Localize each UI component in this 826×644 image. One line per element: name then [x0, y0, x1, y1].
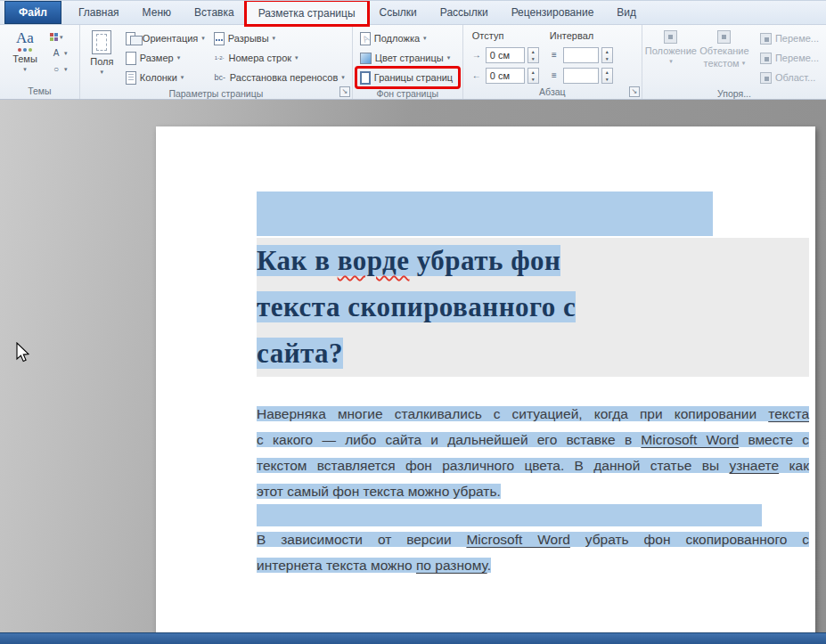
- columns-button[interactable]: Колонки ▾: [122, 68, 209, 87]
- selected-blank-line-2[interactable]: [257, 504, 762, 526]
- text-line[interactable]: текстом вставляется фон различного цвета…: [257, 452, 809, 478]
- spacing-label: Интервал: [548, 29, 613, 45]
- document-content: Как в ворде убрать фон текста скопирован…: [257, 192, 809, 578]
- page-borders-button[interactable]: Границы страниц: [356, 68, 459, 87]
- arrange-col: Переме... Переме... Област...: [756, 29, 822, 87]
- line-numbers-icon: 1-2-: [214, 54, 225, 62]
- text-wrapping-button[interactable]: Обтекание текстом ▾: [698, 29, 751, 87]
- themes-icon: Aa: [16, 30, 34, 46]
- spacing-after-icon: ≡: [548, 70, 560, 80]
- text-wrapping-label-2-text: текстом: [704, 58, 740, 69]
- indent-left-field[interactable]: 0 см: [486, 47, 525, 63]
- spin-up-icon[interactable]: ▲: [528, 48, 538, 55]
- columns-label: Колонки: [140, 72, 177, 83]
- word-window: Файл Главная Меню Вставка Разметка стран…: [0, 0, 826, 644]
- theme-effects-button[interactable]: ○ ▾: [48, 61, 70, 77]
- spin-up-icon[interactable]: ▲: [602, 48, 612, 55]
- indent-right-field[interactable]: 0 см: [486, 68, 525, 84]
- tab-page-layout[interactable]: Разметка страницы: [246, 1, 368, 25]
- tab-review[interactable]: Рецензирование: [500, 1, 606, 24]
- selection-pane-button[interactable]: Област...: [756, 68, 822, 87]
- document-paragraph-2[interactable]: В зависимости от версии Microsoft Word у…: [257, 526, 809, 578]
- spin-up-icon[interactable]: ▲: [528, 69, 538, 76]
- text-line[interactable]: сайта?: [257, 330, 809, 377]
- text-line[interactable]: с какого — либо сайта и дальнейшей его в…: [257, 427, 809, 452]
- themes-mini-buttons: ▾ A ▾ ○ ▾: [48, 29, 70, 85]
- paragraph-dialog-launcher-icon[interactable]: ↘: [629, 86, 640, 97]
- group-page-background: Подложка ▾ Цвет страницы ▾ Границы стран…: [353, 25, 463, 99]
- theme-colors-button[interactable]: ▾: [48, 29, 70, 45]
- group-page-background-body: Подложка ▾ Цвет страницы ▾ Границы стран…: [353, 25, 462, 87]
- indent-left-stepper[interactable]: ▲ ▼: [527, 47, 539, 63]
- tab-references[interactable]: Ссылки: [368, 1, 429, 24]
- document-page[interactable]: Как в ворде убрать фон текста скопирован…: [156, 126, 815, 632]
- dropdown-arrow-icon: ▾: [64, 66, 68, 73]
- bring-forward-button[interactable]: Переме...: [756, 29, 822, 48]
- orientation-label: Ориентация: [143, 33, 198, 44]
- position-button[interactable]: Положение ▾: [650, 29, 692, 87]
- theme-fonts-button[interactable]: A ▾: [48, 45, 70, 61]
- page-color-label: Цвет страницы: [375, 53, 444, 63]
- text-line[interactable]: В зависимости от версии Microsoft Word у…: [257, 526, 809, 552]
- tab-home[interactable]: Главная: [67, 1, 131, 24]
- page-color-button[interactable]: Цвет страницы ▾: [356, 48, 459, 68]
- document-heading[interactable]: Как в ворде убрать фон текста скопирован…: [257, 238, 809, 377]
- indent-right-stepper[interactable]: ▲ ▼: [527, 68, 539, 84]
- spacing-after-field[interactable]: [563, 68, 599, 84]
- text-line[interactable]: Наверняка многие сталкивались с ситуацие…: [257, 401, 809, 427]
- breaks-icon: [214, 32, 225, 45]
- orientation-icon: [126, 32, 139, 45]
- spin-up-icon[interactable]: ▲: [602, 69, 612, 76]
- margins-button[interactable]: Поля ▾: [84, 29, 120, 87]
- dropdown-arrow-icon: ▾: [273, 35, 276, 42]
- margins-icon: [92, 30, 111, 54]
- group-label-themes: Темы: [0, 85, 79, 99]
- text-line[interactable]: интернета текста можно по разному.: [257, 552, 809, 578]
- breaks-button[interactable]: Разрывы ▾: [210, 29, 348, 48]
- tab-mailings[interactable]: Рассылки: [429, 1, 500, 24]
- spacing-after-stepper[interactable]: ▲ ▼: [601, 68, 613, 84]
- mouse-cursor-icon: [16, 342, 29, 363]
- selection-pane-label: Област...: [775, 72, 815, 83]
- watermark-button[interactable]: Подложка ▾: [356, 29, 459, 48]
- indent-right-row: ← 0 см ▲ ▼: [470, 65, 539, 86]
- send-backward-button[interactable]: Переме...: [756, 48, 822, 68]
- dropdown-arrow-icon: ▾: [447, 54, 451, 61]
- group-page-setup: Поля ▾ Ориентация ▾ Размер ▾: [80, 25, 353, 99]
- indent-left-icon: →: [470, 50, 483, 60]
- send-backward-icon: [760, 53, 772, 64]
- watermark-icon: [360, 32, 371, 45]
- page-setup-dialog-launcher-icon[interactable]: ↘: [339, 86, 350, 97]
- themes-colors-icon: [18, 48, 32, 52]
- selected-blank-line[interactable]: [257, 192, 713, 236]
- group-label-page-background: Фон страницы: [353, 87, 462, 101]
- tab-view[interactable]: Вид: [605, 1, 648, 24]
- themes-button[interactable]: Aa Темы ▾: [4, 29, 46, 85]
- tab-insert[interactable]: Вставка: [183, 1, 246, 24]
- breaks-label: Разрывы: [228, 33, 269, 44]
- spin-down-icon[interactable]: ▼: [528, 55, 538, 62]
- spin-down-icon[interactable]: ▼: [602, 55, 612, 62]
- orientation-button[interactable]: Ориентация ▾: [122, 29, 209, 48]
- text-line[interactable]: текста скопированного с: [257, 284, 809, 330]
- spacing-before-stepper[interactable]: ▲ ▼: [601, 47, 613, 63]
- position-label: Положение: [645, 45, 697, 56]
- tab-file[interactable]: Файл: [4, 1, 61, 24]
- hyphenation-button[interactable]: bc- Расстановка переносов ▾: [210, 68, 348, 87]
- size-button[interactable]: Размер ▾: [122, 48, 209, 68]
- watermark-label: Подложка: [374, 33, 420, 44]
- indent-left-row: → 0 см ▲ ▼: [470, 45, 539, 65]
- document-paragraph-1[interactable]: Наверняка многие сталкивались с ситуацие…: [257, 401, 809, 504]
- spin-down-icon[interactable]: ▼: [602, 76, 612, 83]
- margins-label: Поля: [90, 56, 113, 67]
- line-numbers-button[interactable]: 1-2- Номера строк ▾: [210, 48, 348, 68]
- text-wrapping-label-2: текстом ▾: [704, 58, 746, 69]
- dropdown-arrow-icon: ▾: [177, 54, 181, 61]
- tab-menu[interactable]: Меню: [131, 1, 183, 24]
- spacing-before-field[interactable]: [563, 47, 599, 63]
- spin-down-icon[interactable]: ▼: [528, 76, 538, 83]
- text-line[interactable]: этот самый фон текста можно убрать.: [257, 478, 809, 504]
- dropdown-arrow-icon: ▾: [23, 66, 27, 73]
- text-line[interactable]: Как в ворде убрать фон: [257, 238, 809, 284]
- dropdown-arrow-icon: ▾: [423, 35, 427, 42]
